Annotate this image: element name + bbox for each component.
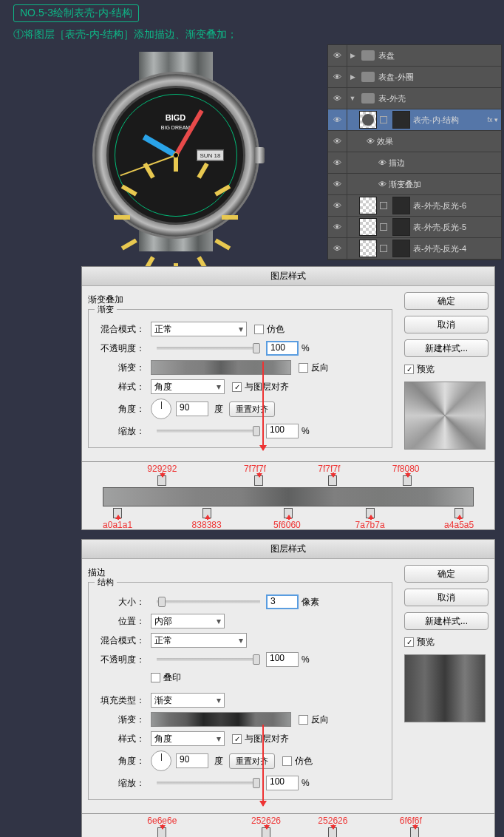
- fill-type-select[interactable]: 渐变: [151, 693, 225, 708]
- mask-thumbnail: [392, 111, 410, 129]
- crown-icon: [254, 147, 265, 163]
- instruction-text: ①将图层［表壳-内-结构］添加描边、渐变叠加；: [13, 28, 504, 41]
- opacity-input[interactable]: 100: [266, 341, 299, 356]
- angle-input[interactable]: 90: [176, 401, 208, 416]
- align-checkbox[interactable]: ✓: [232, 734, 242, 744]
- watch-brand: BIGDBIG DREAM: [109, 113, 243, 131]
- mask-thumbnail: [392, 218, 410, 236]
- new-style-button[interactable]: 新建样式...: [404, 612, 488, 630]
- visibility-icon[interactable]: 👁: [328, 152, 347, 173]
- scale-input[interactable]: 100: [266, 424, 299, 438]
- align-checkbox[interactable]: ✓: [232, 382, 242, 392]
- gradient-editor-2: 6e6e6e2526262526266f6f6f9698985a5a5a3e3e…: [81, 814, 495, 837]
- blend-mode-select[interactable]: 正常: [151, 633, 247, 648]
- reset-align-button[interactable]: 重置对齐: [229, 401, 275, 417]
- gradient-preview[interactable]: [151, 360, 291, 375]
- mask-thumbnail: [392, 240, 410, 257]
- layers-panel: 👁▶表盘👁▶表盘-外圈👁▼表-外壳👁表壳-内-结构fx ▾👁👁 效果👁👁 描边👁…: [327, 44, 502, 260]
- stop-hex-label: 7f7f7f: [244, 464, 266, 474]
- visibility-icon[interactable]: 👁: [328, 88, 347, 109]
- opacity-slider[interactable]: [157, 658, 260, 661]
- layer-thumbnail: [359, 111, 377, 129]
- scale-slider[interactable]: [157, 430, 260, 433]
- cancel-button[interactable]: 取消: [404, 316, 488, 333]
- angle-input[interactable]: 90: [176, 753, 208, 768]
- ok-button[interactable]: 确定: [404, 292, 488, 310]
- cancel-button[interactable]: 取消: [404, 589, 488, 606]
- stop-hex-label: 7f8080: [392, 464, 420, 474]
- size-slider[interactable]: [157, 600, 260, 603]
- dialog-title: 图层样式: [82, 540, 494, 559]
- dither-checkbox[interactable]: [282, 756, 292, 766]
- section-label: 描边: [88, 566, 392, 579]
- scale-slider[interactable]: [157, 782, 260, 785]
- preview-checkbox[interactable]: ✓: [404, 637, 414, 647]
- size-input[interactable]: 3: [266, 594, 299, 609]
- layer-thumbnail: [359, 218, 377, 236]
- folder-icon: [361, 93, 375, 104]
- dither-checkbox[interactable]: [254, 325, 264, 334]
- visibility-icon[interactable]: 👁: [328, 195, 347, 216]
- layer-row[interactable]: 👁表-外壳-反光-5: [328, 217, 501, 238]
- gradient-editor-1: 9292927f7f7f7f7f7f7f8080a0a1a18383835f60…: [81, 462, 495, 530]
- preview-checkbox[interactable]: ✓: [404, 365, 414, 374]
- layer-row[interactable]: 👁表-外壳-反光-4: [328, 238, 501, 260]
- visibility-icon[interactable]: 👁: [328, 238, 347, 259]
- subsection-label: 渐变: [95, 304, 117, 315]
- layer-row[interactable]: 👁▶表盘: [328, 45, 501, 67]
- layer-style-dialog-1: 图层样式 渐变叠加 渐变 混合模式：正常仿色 不透明度：100% 渐变：反向 样…: [81, 266, 495, 462]
- folder-icon: [361, 72, 375, 82]
- layer-row[interactable]: 👁▼表-外壳: [328, 88, 501, 109]
- visibility-icon[interactable]: 👁: [328, 131, 347, 152]
- visibility-icon[interactable]: 👁: [328, 109, 347, 130]
- visibility-icon[interactable]: 👁: [328, 67, 347, 87]
- position-select[interactable]: 内部: [151, 614, 225, 628]
- layer-row[interactable]: 👁👁 渐变叠加: [328, 174, 501, 195]
- preview-swatch: [404, 382, 486, 450]
- visibility-icon[interactable]: 👁: [328, 45, 347, 66]
- stop-hex-label: 7a7b7a: [355, 520, 385, 530]
- mask-thumbnail: [392, 197, 410, 214]
- stop-hex-label: 7f7f7f: [318, 464, 340, 474]
- reverse-checkbox[interactable]: [299, 363, 308, 373]
- link-icon: [380, 116, 387, 123]
- stop-hex-label: a0a1a1: [103, 520, 132, 530]
- opacity-slider[interactable]: [157, 347, 260, 350]
- angle-dial[interactable]: [151, 750, 171, 771]
- reset-align-button[interactable]: 重置对齐: [229, 753, 275, 769]
- layer-row[interactable]: 👁👁 效果: [328, 131, 501, 152]
- stop-hex-label: 838383: [192, 520, 222, 530]
- layer-row[interactable]: 👁👁 描边: [328, 152, 501, 174]
- layer-thumbnail: [359, 197, 377, 214]
- ok-button[interactable]: 确定: [404, 565, 488, 583]
- page-title-tag: NO.5-3绘制表壳-内-结构: [13, 4, 139, 22]
- layer-row[interactable]: 👁表-外壳-反光-6: [328, 195, 501, 217]
- folder-icon: [361, 50, 375, 61]
- section-label: 渐变叠加: [88, 294, 392, 306]
- stop-hex-label: 6f6f6f: [400, 816, 422, 826]
- stop-hex-label: 5f6060: [273, 520, 301, 530]
- layer-style-dialog-2: 图层样式 描边 结构 大小：3像素 位置：内部 混合模式：正常 不透明度：100…: [81, 539, 495, 814]
- dialog-title: 图层样式: [82, 267, 494, 286]
- subsection-label: 结构: [95, 577, 117, 588]
- new-style-button[interactable]: 新建样式...: [404, 339, 488, 357]
- watch-illustration: BIGDBIG DREAM SUN 18: [13, 44, 327, 259]
- style-select[interactable]: 角度: [151, 731, 225, 746]
- layer-thumbnail: [359, 240, 377, 257]
- layer-row[interactable]: 👁表壳-内-结构fx ▾: [328, 109, 501, 131]
- style-select[interactable]: 角度: [151, 379, 225, 394]
- visibility-icon[interactable]: 👁: [328, 217, 347, 237]
- angle-dial[interactable]: [151, 399, 171, 419]
- blend-mode-select[interactable]: 正常: [151, 322, 247, 336]
- overprint-checkbox[interactable]: [151, 673, 160, 682]
- stop-hex-label: a4a5a5: [444, 520, 474, 530]
- link-icon: [380, 202, 387, 209]
- visibility-icon[interactable]: 👁: [328, 174, 347, 194]
- date-window: SUN 18: [197, 150, 223, 161]
- opacity-input[interactable]: 100: [266, 652, 299, 667]
- layer-row[interactable]: 👁▶表盘-外圈: [328, 67, 501, 88]
- reverse-checkbox[interactable]: [299, 715, 308, 725]
- gradient-preview[interactable]: [151, 712, 291, 727]
- link-icon: [380, 245, 387, 252]
- scale-input[interactable]: 100: [266, 776, 299, 790]
